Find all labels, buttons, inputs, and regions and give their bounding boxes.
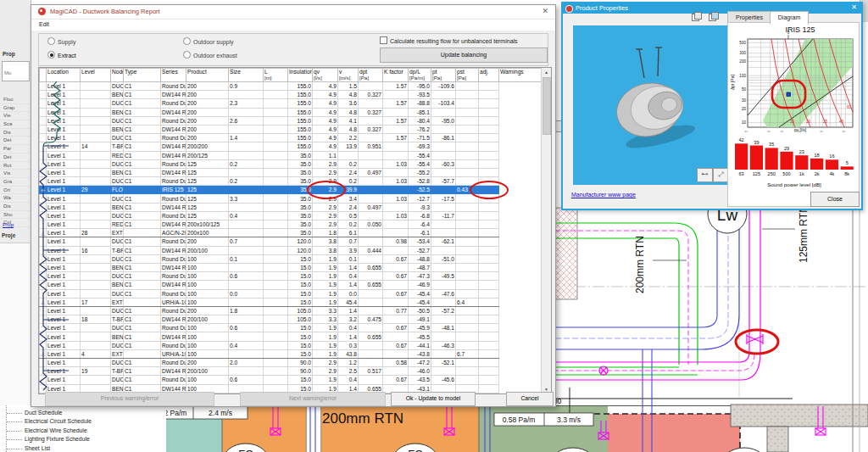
shaded-cube-icon[interactable] [709,12,718,21]
svg-text:3.3 m/s: 3.3 m/s [557,416,581,424]
table-row[interactable]: Level 1DUCTC1Round Duct2001.4155.04.92.2… [40,134,542,142]
radio-outdoor-supply[interactable]: Outdoor supply [183,37,233,45]
next-warning-button[interactable]: Next warning/error [240,392,386,406]
radio-extract[interactable]: Extract [47,51,76,59]
svg-text:16: 16 [829,153,834,159]
column-header[interactable]: dp/L[Pa/m] [409,69,431,82]
schedule-item[interactable]: Lighting Fixture Schedule [0,435,166,444]
table-row[interactable]: Level 1DUCTC1Round Duct1000.615.01.90.40… [40,376,542,384]
table-row[interactable]: Level 1DUCTC1Round Duct2000.7120.03.80.7… [40,237,542,246]
svg-text:4k: 4k [829,171,834,176]
table-row[interactable]: Level 1DUCTC1Round Duct2002.3155.04.93.6… [40,99,542,108]
table-row[interactable]: △Level 14EXTRACTURH/A-10010015.01.943.8-… [40,349,542,358]
table-row[interactable]: Level 1DUCTC1Round Duct2002.090.02.91.20… [40,359,542,367]
table-row[interactable]: Level 1BEND-90C1DW144 Rou200155.04.94.80… [40,91,542,99]
close-icon[interactable]: ✕ [542,7,548,15]
schedule-item[interactable]: Electrical Wire Schedule [0,427,166,435]
table-row[interactable]: △Level 128EXTRACTAGC/N-200-200x10035.01.… [40,229,542,237]
product-3d-viewport[interactable]: ⊷ ⤢ [573,25,729,185]
svg-text:5: 5 [846,160,849,165]
panel-title: Product Properties [576,4,628,12]
table-row[interactable]: Level 1DUCTC1Round Duct2001.8105.03.31.4… [40,306,542,315]
row-gutter [40,272,47,281]
tab-diagram[interactable]: Diagram [770,11,809,25]
table-row[interactable]: Level 1DUCTC1Round Duct1253.335.02.93.41… [40,194,542,203]
scroll-up-icon[interactable]: ▲ [542,68,551,76]
table-scrollbar[interactable]: ▲ ▼ [541,68,551,393]
row-gutter [40,281,47,289]
cancel-button[interactable]: Cancel [506,392,554,406]
column-header[interactable]: Insulation [288,69,313,82]
table-row[interactable]: Level 1DUCTC1Round Duct1000.415.01.90.30… [40,341,542,349]
table-row[interactable]: Level 1DUCTC1Round Duct1250.235.02.90.21… [40,177,542,186]
table-row[interactable]: Level 1DUCTC1Round Duct2002.6155.04.94.1… [40,116,542,125]
radio-supply[interactable]: Supply [47,37,75,45]
manufacturer-link[interactable]: Manufacturer www page [571,192,636,198]
table-row[interactable]: Level 114T-BRANCHC1DW144 Rou200/200155.0… [40,142,542,151]
update-balancing-button[interactable]: Update balancing [380,47,548,63]
column-header[interactable]: dpt[Pa] [359,69,383,82]
radio-outdoor-exhaust[interactable]: Outdoor exhaust [183,51,237,59]
table-row[interactable]: Level 1REDUCERC1DW144 Rect200x100/12535.… [40,220,542,229]
close-icon[interactable]: ✕ [851,3,857,11]
table-row[interactable]: Level 1REDUCERC1DW144 Rou200/12535.01.1-… [40,151,542,159]
checkbox-box [380,36,387,44]
row-gutter [40,159,47,168]
table-row[interactable]: Level 1DUCTC1Round Duct1250.435.02.90.51… [40,211,542,220]
properties-help-link[interactable]: Prop [3,221,14,227]
scrollbar-thumb[interactable] [542,77,551,135]
ok-update-button[interactable]: Ok - Update to model [391,392,476,406]
dialog-titlebar[interactable]: MagiCAD - Ductwork Balancing Report ✕ [31,5,555,20]
table-row[interactable]: Level 1BEND-90C1DW144 Rou10015.01.91.40.… [40,263,542,271]
schedule-item[interactable]: Electrical Circuit Schedule [0,417,166,426]
operating-point [787,92,791,97]
table-row[interactable]: Level 1DUCTC1Round Duct1250.235.02.90.21… [40,159,542,168]
column-header[interactable]: Type [124,69,161,82]
column-header[interactable]: L[m] [264,69,288,82]
column-header[interactable]: Product [186,69,229,82]
table-row[interactable]: Level 1BEND-90C1DW144 Rou10015.01.91.40.… [40,281,542,289]
schedule-item[interactable]: Sheet List [0,444,166,452]
column-header[interactable]: Size [229,69,264,82]
palette-row: Ori [0,187,31,195]
row-gutter [40,151,47,159]
column-header[interactable]: pst[Pa] [456,69,479,82]
column-header[interactable]: v[m/s] [338,69,359,82]
column-header[interactable]: adj. [479,69,499,82]
panel-close-button[interactable]: Close [810,192,860,207]
svg-text:10: 10 [743,130,748,132]
palette-row: Floo [0,96,31,104]
table-row[interactable]: Level 1DUCTC1Round Duct1000.115.01.90.10… [40,254,542,263]
row-gutter [40,376,47,384]
column-header[interactable]: qv[l/s] [313,69,338,82]
schedule-item[interactable]: Duct Schedule [0,409,166,417]
table-row[interactable]: Level 119T-BRANCHC1DW144 Rou200/10090.02… [40,367,542,376]
column-header[interactable]: Location [47,69,81,82]
table-row[interactable]: Level 1BEND-90C1DW144 Rou10015.01.91.40.… [40,332,542,341]
table-row[interactable]: Level 1BEND-90C1DW144 Rou200155.04.94.80… [40,108,542,116]
previous-warning-button[interactable]: Previous warning/error [45,392,214,406]
project-browser-label: Proje [2,232,15,238]
type-selector[interactable]: Mo [2,61,30,81]
table-row[interactable]: ◈Level 129FLOWDAMPIRIS 12512535.02.939.9… [40,186,542,194]
menu-edit[interactable]: Edit [39,21,49,27]
wireframe-cube-icon[interactable] [692,12,701,21]
table-row[interactable]: Level 1DUCTC1Round Duct1000.615.01.90.40… [40,324,542,332]
column-header[interactable]: Level [81,69,111,82]
table-row[interactable]: Level 1DUCTC1Round Duct1000.015.01.90.00… [40,289,542,298]
table-row[interactable]: Level 116T-BRANCHC1DW144 Rou200/100120.0… [40,246,542,254]
column-header[interactable]: K factor [383,69,409,82]
table-row[interactable]: △Level 117EXTRACTURH/A-10010015.01.945.4… [40,298,542,306]
checkbox-unbalanced-terminals[interactable]: Calculate resulting flow for unbalanced … [380,36,518,44]
table-row[interactable]: Level 1DUCTC1Round Duct2000.9155.04.91.5… [40,82,542,91]
table-row[interactable]: Level 1BEND-90C1DW144 Rou12535.02.92.40.… [40,168,542,176]
table-row[interactable]: Level 118T-BRANCHC1DW144 Rou200/100105.0… [40,315,542,324]
column-header[interactable]: Warnings [499,69,542,82]
column-header[interactable]: pt[Pa] [431,69,456,82]
measure-icon[interactable]: ⊷ [697,168,713,182]
column-header[interactable]: Series [161,69,186,82]
table-row[interactable]: Level 1DUCTC1Round Duct1000.615.01.90.40… [40,272,542,281]
table-row[interactable]: Level 1BEND-90C1DW144 Rou12535.02.92.40.… [40,203,542,211]
table-row[interactable]: Level 1BEND-90C1DW144 Rou200155.04.94.80… [40,125,542,133]
column-header[interactable]: Node [111,69,124,82]
